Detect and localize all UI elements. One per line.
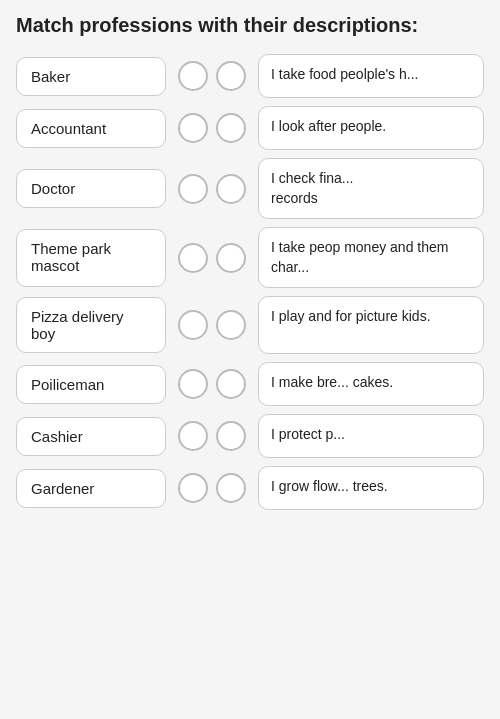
- radio-left-cashier[interactable]: [178, 421, 208, 451]
- radio-group-baker: [178, 61, 246, 91]
- radio-group-cashier: [178, 421, 246, 451]
- radio-group-policeman: [178, 369, 246, 399]
- radio-left-accountant[interactable]: [178, 113, 208, 143]
- match-row: Baker I take food peolple's h...: [16, 54, 484, 98]
- main-container: Match professions with their description…: [0, 0, 500, 522]
- match-row: Cashier I protect p...: [16, 414, 484, 458]
- profession-pizza-delivery-boy: Pizza delivery boy: [16, 297, 166, 353]
- radio-right-doctor[interactable]: [216, 174, 246, 204]
- description-gardener: I grow flow... trees.: [258, 466, 484, 510]
- radio-right-theme-park-mascot[interactable]: [216, 243, 246, 273]
- radio-right-cashier[interactable]: [216, 421, 246, 451]
- matching-area: Baker I take food peolple's h... Account…: [16, 54, 484, 510]
- radio-group-pizza-delivery-boy: [178, 310, 246, 340]
- profession-accountant: Accountant: [16, 109, 166, 148]
- description-accountant: I look after people.: [258, 106, 484, 150]
- profession-doctor: Doctor: [16, 169, 166, 208]
- radio-left-doctor[interactable]: [178, 174, 208, 204]
- match-row: Pizza delivery boy I play and for pictur…: [16, 296, 484, 354]
- radio-right-baker[interactable]: [216, 61, 246, 91]
- radio-group-doctor: [178, 174, 246, 204]
- radio-left-pizza-delivery-boy[interactable]: [178, 310, 208, 340]
- profession-theme-park-mascot: Theme park mascot: [16, 229, 166, 287]
- profession-baker: Baker: [16, 57, 166, 96]
- profession-gardener: Gardener: [16, 469, 166, 508]
- radio-group-theme-park-mascot: [178, 243, 246, 273]
- radio-right-policeman[interactable]: [216, 369, 246, 399]
- match-row: Theme park mascot I take peop money and …: [16, 227, 484, 288]
- radio-group-gardener: [178, 473, 246, 503]
- description-doctor: I check fina...records: [258, 158, 484, 219]
- description-cashier: I protect p...: [258, 414, 484, 458]
- match-row: Accountant I look after people.: [16, 106, 484, 150]
- radio-right-pizza-delivery-boy[interactable]: [216, 310, 246, 340]
- profession-policeman: Poiliceman: [16, 365, 166, 404]
- radio-left-baker[interactable]: [178, 61, 208, 91]
- radio-right-gardener[interactable]: [216, 473, 246, 503]
- profession-cashier: Cashier: [16, 417, 166, 456]
- radio-right-accountant[interactable]: [216, 113, 246, 143]
- radio-left-theme-park-mascot[interactable]: [178, 243, 208, 273]
- radio-group-accountant: [178, 113, 246, 143]
- radio-left-policeman[interactable]: [178, 369, 208, 399]
- description-baker: I take food peolple's h...: [258, 54, 484, 98]
- radio-left-gardener[interactable]: [178, 473, 208, 503]
- description-pizza-delivery-boy: I play and for picture kids.: [258, 296, 484, 354]
- match-row: Gardener I grow flow... trees.: [16, 466, 484, 510]
- match-row: Poiliceman I make bre... cakes.: [16, 362, 484, 406]
- match-row: Doctor I check fina...records: [16, 158, 484, 219]
- description-theme-park-mascot: I take peop money and them char...: [258, 227, 484, 288]
- page-title: Match professions with their description…: [16, 12, 484, 38]
- description-policeman: I make bre... cakes.: [258, 362, 484, 406]
